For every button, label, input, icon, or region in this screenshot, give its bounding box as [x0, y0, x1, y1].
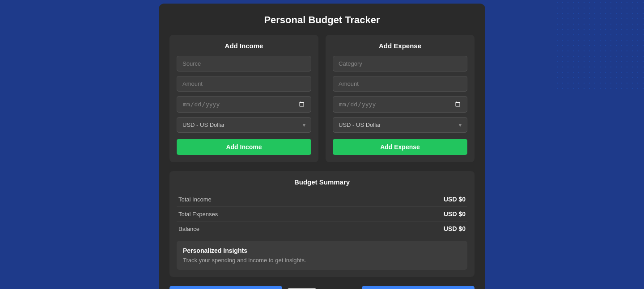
export-data-button[interactable]: Export Data: [169, 286, 282, 289]
insights-title: Personalized Insights: [183, 247, 461, 254]
expense-category-input[interactable]: [333, 56, 467, 71]
total-expenses-value: USD $0: [444, 210, 466, 218]
income-date-wrapper: [177, 96, 311, 113]
footer-row: Export Data Choose No file chosen Import…: [169, 284, 475, 289]
expense-currency-wrapper: USD - US Dollar EUR - Euro GBP - British…: [333, 117, 467, 133]
income-amount-input[interactable]: [177, 76, 311, 92]
expense-amount-input[interactable]: [333, 76, 467, 92]
balance-value: USD $0: [444, 225, 466, 232]
balance-label: Balance: [178, 226, 199, 232]
forms-row: Add Income USD - US Dollar EUR - Euro GB…: [169, 35, 475, 162]
income-currency-select[interactable]: USD - US Dollar EUR - Euro GBP - British…: [177, 117, 311, 133]
expense-date-input[interactable]: [333, 96, 467, 113]
add-income-panel: Add Income USD - US Dollar EUR - Euro GB…: [169, 35, 318, 162]
insights-box: Personalized Insights Track your spendin…: [177, 241, 467, 270]
budget-summary-section: Budget Summary Total Income USD $0 Total…: [169, 171, 475, 277]
total-expenses-row: Total Expenses USD $0: [177, 207, 467, 222]
total-income-label: Total Income: [178, 196, 212, 203]
page-title: Personal Budget Tracker: [169, 14, 475, 26]
add-expense-panel: Add Expense USD - US Dollar EUR - Euro G…: [326, 35, 475, 162]
income-date-input[interactable]: [177, 96, 311, 113]
insights-text: Track your spending and income to get in…: [183, 257, 461, 264]
total-expenses-label: Total Expenses: [178, 211, 218, 218]
add-expense-title: Add Expense: [333, 42, 467, 50]
add-income-title: Add Income: [177, 42, 311, 50]
add-income-button[interactable]: Add Income: [177, 139, 311, 155]
income-currency-wrapper: USD - US Dollar EUR - Euro GBP - British…: [177, 117, 311, 133]
add-expense-button[interactable]: Add Expense: [333, 139, 467, 155]
expense-currency-select[interactable]: USD - US Dollar EUR - Euro GBP - British…: [333, 117, 467, 133]
total-income-row: Total Income USD $0: [177, 192, 467, 207]
budget-summary-title: Budget Summary: [177, 178, 467, 186]
total-income-value: USD $0: [444, 196, 466, 203]
expense-date-wrapper: [333, 96, 467, 113]
balance-row: Balance USD $0: [177, 222, 467, 236]
main-container: Personal Budget Tracker Add Income USD -…: [159, 4, 485, 289]
income-source-input[interactable]: [177, 56, 311, 71]
import-data-button[interactable]: Import Data: [362, 286, 475, 289]
background-decoration: [555, 0, 644, 89]
